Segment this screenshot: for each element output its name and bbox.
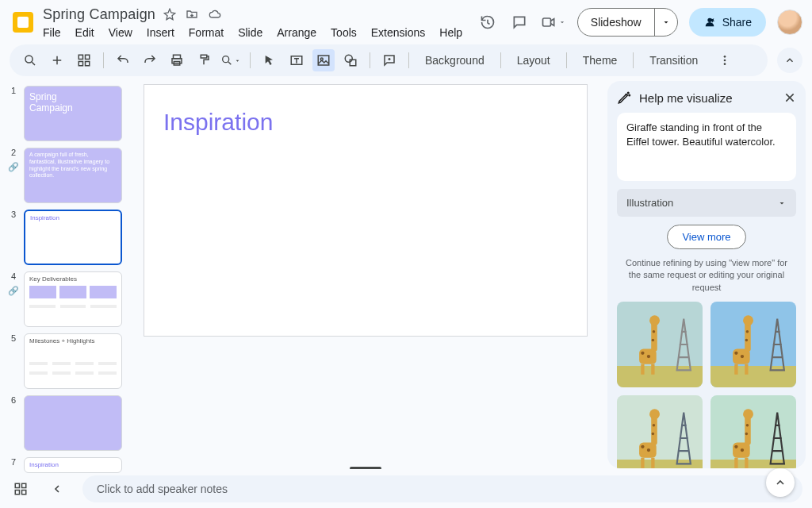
history-icon[interactable]	[477, 12, 498, 33]
svg-point-35	[743, 315, 753, 325]
svg-point-24	[649, 315, 660, 325]
redo-icon[interactable]	[139, 49, 161, 71]
layout-button[interactable]: Layout	[509, 54, 558, 67]
comments-icon[interactable]	[509, 12, 530, 33]
slide-title[interactable]: Inspiration	[144, 85, 587, 136]
generated-image-1[interactable]	[617, 302, 703, 387]
background-button[interactable]: Background	[417, 54, 492, 67]
meet-icon[interactable]	[541, 12, 566, 33]
paint-format-icon[interactable]	[193, 49, 215, 71]
thumbnail-slide-7[interactable]: Inspiration	[24, 457, 122, 473]
style-select[interactable]: Illustration	[617, 189, 796, 217]
document-title[interactable]: Spring Campaign	[43, 6, 155, 23]
search-tool-icon[interactable]	[19, 49, 41, 71]
menu-insert[interactable]: Insert	[147, 26, 174, 39]
collapse-toolbar-icon[interactable]	[777, 48, 802, 73]
thumbnail-slide-6[interactable]	[24, 395, 122, 451]
star-icon[interactable]	[163, 8, 176, 21]
refine-hint: Continue refining by using "view more" f…	[617, 257, 796, 294]
speaker-notes-input[interactable]: Click to add speaker notes	[82, 475, 802, 502]
account-avatar[interactable]	[777, 10, 802, 35]
previous-icon[interactable]	[46, 478, 68, 500]
new-slide-icon[interactable]	[46, 49, 68, 71]
svg-rect-3	[86, 55, 90, 59]
svg-rect-34	[745, 322, 751, 352]
menu-format[interactable]: Format	[189, 26, 224, 39]
menu-file[interactable]: File	[43, 26, 61, 39]
slideshow-button[interactable]: Slideshow	[577, 8, 678, 37]
comment-tool-icon[interactable]	[378, 49, 400, 71]
svg-point-52	[653, 424, 655, 426]
generated-image-3[interactable]	[617, 395, 703, 468]
generated-images-grid	[617, 302, 796, 468]
thumbnail-slide-3[interactable]: Inspiration	[24, 210, 122, 265]
more-tools-icon[interactable]	[714, 49, 736, 71]
cloud-status-icon[interactable]	[208, 8, 222, 21]
svg-rect-37	[745, 364, 748, 375]
view-more-button[interactable]: View more	[667, 225, 745, 249]
svg-rect-58	[734, 458, 737, 468]
thumbnail-slide-4[interactable]: Key Deliverables	[24, 271, 122, 327]
svg-point-57	[743, 409, 753, 419]
panel-title: Help me visualize	[639, 91, 776, 105]
svg-point-61	[741, 448, 744, 452]
svg-rect-48	[651, 458, 654, 468]
svg-rect-47	[641, 458, 644, 468]
canvas-area: Inspiration	[130, 81, 607, 475]
thumbnail-slide-5[interactable]: Milestones + Highlights	[24, 333, 122, 389]
svg-rect-87	[22, 483, 26, 487]
svg-rect-86	[15, 483, 19, 487]
svg-point-38	[734, 352, 737, 355]
generated-image-4[interactable]	[710, 395, 796, 468]
shape-tool-icon[interactable]	[339, 49, 362, 71]
textbox-tool-icon[interactable]	[285, 49, 308, 71]
svg-rect-88	[15, 491, 19, 495]
menu-tools[interactable]: Tools	[331, 26, 357, 39]
svg-point-18	[628, 92, 630, 94]
svg-rect-59	[745, 458, 748, 468]
zoom-icon[interactable]	[220, 49, 242, 71]
svg-point-1	[25, 56, 33, 63]
select-tool-icon[interactable]	[259, 49, 281, 71]
slideshow-dropdown[interactable]	[654, 9, 677, 36]
grid-view-icon[interactable]	[10, 478, 32, 500]
close-icon[interactable]	[783, 91, 796, 104]
svg-rect-4	[79, 62, 82, 66]
menu-extensions[interactable]: Extensions	[371, 26, 425, 39]
svg-point-49	[641, 445, 644, 448]
print-icon[interactable]	[166, 49, 188, 71]
prompt-input[interactable]: Giraffe standing in front of the Eiffel …	[617, 113, 796, 181]
transition-button[interactable]: Transition	[642, 54, 706, 67]
svg-rect-45	[651, 416, 657, 445]
menu-arrange[interactable]: Arrange	[277, 26, 316, 39]
templates-icon[interactable]	[73, 49, 95, 71]
svg-rect-36	[734, 364, 737, 375]
thumbnail-slide-2[interactable]: A campaign full of fresh, fantastical, i…	[24, 148, 122, 203]
menu-help[interactable]: Help	[439, 26, 462, 39]
slide-canvas[interactable]: Inspiration	[144, 84, 588, 337]
image-tool-icon[interactable]	[312, 49, 335, 71]
svg-point-9	[223, 56, 229, 63]
menu-slide[interactable]: Slide	[238, 26, 262, 39]
move-icon[interactable]	[186, 8, 198, 21]
link-icon: 🔗	[8, 286, 19, 296]
share-button[interactable]: Share	[689, 8, 766, 37]
explore-fab[interactable]	[766, 468, 795, 497]
svg-point-30	[653, 330, 655, 333]
notes-resize-handle[interactable]	[350, 467, 381, 470]
svg-point-28	[647, 355, 650, 358]
menu-edit[interactable]: Edit	[75, 26, 94, 39]
generated-image-2[interactable]	[710, 302, 796, 387]
thumbnail-slide-1[interactable]: Spring Campaign	[24, 86, 122, 141]
theme-button[interactable]: Theme	[575, 54, 626, 67]
svg-point-50	[647, 448, 650, 452]
app-logo[interactable]	[10, 9, 36, 36]
svg-rect-89	[22, 491, 26, 495]
svg-point-17	[724, 63, 726, 65]
svg-point-41	[746, 330, 749, 333]
toolbar: Background Layout Theme Transition	[10, 44, 768, 76]
undo-icon[interactable]	[112, 49, 134, 71]
svg-point-15	[724, 56, 726, 58]
svg-point-63	[746, 424, 749, 426]
menu-view[interactable]: View	[109, 26, 132, 39]
